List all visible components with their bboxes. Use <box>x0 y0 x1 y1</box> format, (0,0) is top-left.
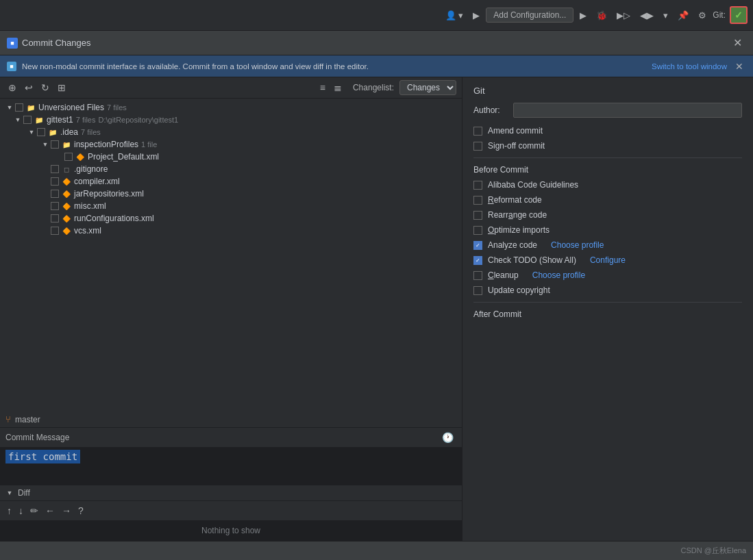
commit-msg-history-btn[interactable]: 🕐 <box>439 431 456 444</box>
checkbox-signoff[interactable] <box>473 142 482 151</box>
checkbox-copyright[interactable] <box>473 286 482 295</box>
user-icon-btn[interactable]: 👤 ▾ <box>442 8 467 23</box>
checkbox-cleanup[interactable] <box>473 271 482 280</box>
expand-arrow-misc <box>41 202 49 210</box>
xml-icon-project-default: 🔶 <box>75 152 85 162</box>
coverage-btn[interactable]: ▶▷ <box>613 8 634 23</box>
run-icon-btn[interactable]: ▶ <box>469 8 483 23</box>
tree-item-inspection[interactable]: 📁 inspectionProfiles 1 file <box>0 138 462 151</box>
more-btn[interactable]: ▾ <box>660 8 671 23</box>
diff-down-btn[interactable]: ↓ <box>17 504 25 518</box>
diff-forward-btn[interactable]: → <box>60 504 73 518</box>
label-gitignore: .gitignore <box>74 164 108 174</box>
option-row-optimize: Optimize imports <box>473 225 742 235</box>
diff-up-btn[interactable]: ↑ <box>5 504 13 518</box>
tree-item-jar-repos[interactable]: 🔶 jarRepositories.xml <box>0 188 462 200</box>
checkbox-rearrange[interactable] <box>473 211 482 220</box>
checkbox-idea[interactable] <box>37 128 45 136</box>
expand-arrow-compiler <box>41 177 49 186</box>
collapse-btn[interactable]: ≡ <box>317 81 328 94</box>
top-toolbar: 👤 ▾ ▶ Add Configuration... ▶ 🐞 ▶▷ ◀▶ ▾ 📌… <box>0 0 753 31</box>
tree-item-unversioned[interactable]: 📁 Unversioned Files 7 files <box>0 101 462 114</box>
refresh-btn[interactable]: ↻ <box>38 81 52 94</box>
analyze-choose-profile-link[interactable]: Choose profile <box>551 240 604 250</box>
commit-msg-value[interactable]: first commit <box>5 450 80 463</box>
before-commit-title: Before Commit <box>473 165 742 175</box>
git-run-button[interactable]: ✓ <box>730 6 748 24</box>
tree-item-misc[interactable]: 🔶 misc.xml <box>0 200 462 212</box>
todo-configure-link[interactable]: Configure <box>590 255 626 265</box>
xml-icon-jar-repos: 🔶 <box>62 189 71 199</box>
undo-btn[interactable]: ↩ <box>22 81 36 94</box>
tree-item-gitignore[interactable]: ◻ .gitignore <box>0 163 462 175</box>
checkbox-unversioned[interactable] <box>15 103 23 112</box>
nothing-to-show: Nothing to show <box>0 520 462 541</box>
folder-icon-inspection: 📁 <box>62 140 71 149</box>
checkbox-optimize[interactable] <box>473 226 482 235</box>
tree-item-compiler[interactable]: 🔶 compiler.xml <box>0 175 462 188</box>
badge-unversioned: 7 files <box>107 103 127 112</box>
diff-edit-btn[interactable]: ✏ <box>29 504 40 518</box>
add-file-btn[interactable]: ⊕ <box>5 81 19 94</box>
switch-to-tool-window-link[interactable]: Switch to tool window <box>652 62 727 71</box>
label-project-default: Project_Default.xml <box>88 152 159 162</box>
checkbox-todo[interactable] <box>473 256 482 265</box>
label-gittest1: gittest1 <box>47 115 73 125</box>
tree-item-project-default[interactable]: 🔶 Project_Default.xml <box>0 151 462 163</box>
label-reformat: Reformat code <box>488 195 542 205</box>
checkbox-gitignore[interactable] <box>51 165 59 173</box>
xml-icon-misc: 🔶 <box>62 201 71 211</box>
option-row-alibaba: Alibaba Code Guidelines <box>473 180 742 190</box>
checkbox-reformat[interactable] <box>473 196 482 205</box>
badge-gittest1: 7 files <box>76 116 96 124</box>
diff-toolbar: ↑ ↓ ✏ ← → ? <box>0 500 462 520</box>
profile-btn[interactable]: ◀▶ <box>637 8 657 23</box>
notification-icon: ■ <box>7 62 16 71</box>
label-jar-repos: jarRepositories.xml <box>74 189 144 199</box>
expand-arrow-gitignore <box>41 165 49 173</box>
checkbox-vcs[interactable] <box>51 227 59 235</box>
settings-btn[interactable]: ⚙ <box>695 8 710 23</box>
tree-item-vcs[interactable]: 🔶 vcs.xml <box>0 225 462 237</box>
option-row-reformat: Reformat code <box>473 195 742 205</box>
label-misc: misc.xml <box>74 201 106 211</box>
git-section-title: Git <box>473 86 742 96</box>
checkbox-run-configs[interactable] <box>51 214 59 222</box>
checkbox-misc[interactable] <box>51 202 59 210</box>
changelist-select[interactable]: Changes <box>399 80 456 95</box>
xml-icon-vcs: 🔶 <box>62 226 71 236</box>
diff-help-btn[interactable]: ? <box>77 504 85 518</box>
option-row-rearrange: Rearrange code <box>473 210 742 220</box>
tree-item-gittest1[interactable]: 📁 gittest1 7 files D:\gitRepository\gitt… <box>0 114 462 126</box>
diff-back-btn[interactable]: ← <box>44 504 56 518</box>
checkbox-analyze[interactable] <box>473 241 482 250</box>
pin-btn[interactable]: 📌 <box>674 8 692 23</box>
diff-header[interactable]: Diff <box>0 485 462 500</box>
label-cleanup: Cleanup <box>488 270 519 280</box>
tree-item-run-configs[interactable]: 🔶 runConfigurations.xml <box>0 212 462 225</box>
checkbox-gittest1[interactable] <box>23 116 32 124</box>
expand-btn[interactable]: ≣ <box>331 81 345 94</box>
checkbox-inspection[interactable] <box>51 140 59 149</box>
expand-arrow-vcs <box>41 227 49 235</box>
label-run-configs: runConfigurations.xml <box>74 214 154 223</box>
add-config-button[interactable]: Add Configuration... <box>486 8 573 23</box>
tree-item-idea[interactable]: 📁 .idea 7 files <box>0 126 462 138</box>
group-btn[interactable]: ⊞ <box>55 81 69 94</box>
checkbox-alibaba[interactable] <box>473 181 482 190</box>
dialog-close-button[interactable]: ✕ <box>729 35 746 51</box>
checkbox-compiler[interactable] <box>51 177 59 186</box>
panel-toolbar: ⊕ ↩ ↻ ⊞ ≡ ≣ Changelist: Changes <box>0 77 462 99</box>
checkbox-amend[interactable] <box>473 127 482 136</box>
commit-msg-highlighted[interactable]: first commit <box>0 447 462 485</box>
notification-close-button[interactable]: ✕ <box>732 61 746 72</box>
author-input[interactable] <box>513 103 742 118</box>
play-btn[interactable]: ▶ <box>576 8 590 23</box>
checkbox-jar-repos[interactable] <box>51 190 59 198</box>
cleanup-choose-profile-link[interactable]: Choose profile <box>532 270 585 280</box>
checkbox-project-default[interactable] <box>64 153 73 161</box>
expand-arrow-jar-repos <box>41 190 49 198</box>
left-panel: ⊕ ↩ ↻ ⊞ ≡ ≣ Changelist: Changes 📁 <box>0 77 462 541</box>
branch-bar: ⑂ master <box>0 411 462 428</box>
debug-btn[interactable]: 🐞 <box>593 8 610 23</box>
